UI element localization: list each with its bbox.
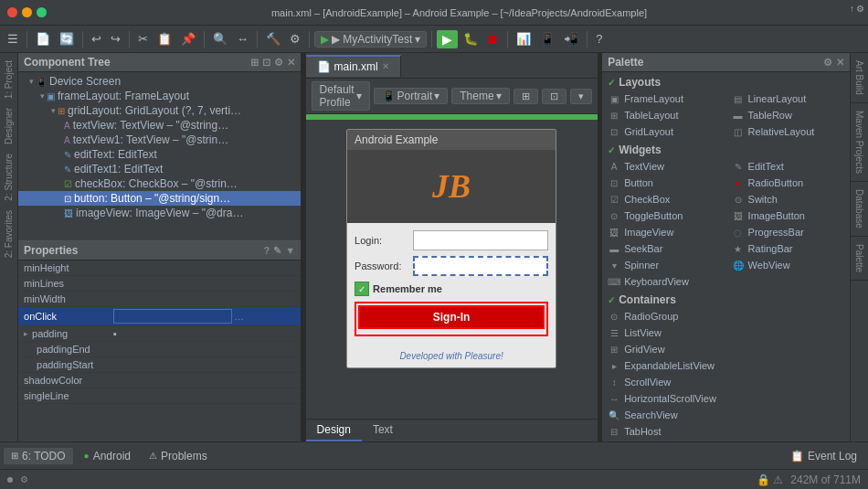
structure-tab[interactable]: 2: Structure <box>2 150 16 205</box>
maximize-dot[interactable] <box>37 7 47 17</box>
palette-item-togglebutton[interactable]: ⊙ ToggleButton <box>602 207 725 224</box>
onclick-input[interactable] <box>113 309 232 324</box>
sign-in-btn[interactable]: Sign-In <box>358 305 545 329</box>
palette-item-gridview[interactable]: ⊞ GridView <box>602 341 850 357</box>
palette-item-imagebutton[interactable]: 🖼 ImageButton <box>726 207 850 224</box>
prop-value-paddingstart[interactable] <box>110 357 301 372</box>
prop-edit-icon[interactable]: ✎ <box>273 245 281 257</box>
palette-item-textview[interactable]: A TextView <box>602 158 725 175</box>
palette-item-tabhost[interactable]: ⊟ TabHost <box>602 423 850 440</box>
new-btn[interactable]: 📄 <box>32 30 54 48</box>
paste-btn[interactable]: 📌 <box>177 30 199 48</box>
palette-item-tablerow[interactable]: ▬ TableRow <box>726 107 850 123</box>
containers-header[interactable]: ✓ Containers <box>602 292 850 308</box>
expand-btn[interactable]: ▾ <box>570 89 592 104</box>
palette-item-button[interactable]: ⊡ Button <box>602 175 725 191</box>
palette-item-seekbar[interactable]: ▬ SeekBar <box>602 240 725 257</box>
build-btn[interactable]: 🔨 <box>262 30 284 48</box>
tree-item-gridlayout[interactable]: ▾ ⊞ gridLayout: GridLayout (?, 7, verti… <box>18 103 301 118</box>
palette-tab[interactable]: Palette <box>851 237 868 281</box>
profile-btn[interactable]: 📊 <box>513 30 535 48</box>
cut-btn[interactable]: ✂ <box>134 30 152 48</box>
prop-value-minheight[interactable] <box>110 260 301 275</box>
close-dot[interactable] <box>7 7 17 17</box>
art-build-tab[interactable]: Art Build <box>851 53 868 103</box>
palette-item-expandablelistview[interactable]: ▸ ExpandableListView <box>602 357 850 374</box>
palette-item-checkbox[interactable]: ☑ CheckBox <box>602 191 725 207</box>
prop-value-minwidth[interactable] <box>110 292 301 306</box>
prop-value-paddingend[interactable] <box>110 342 301 356</box>
favorites-tab[interactable]: 2: Favorites <box>2 207 16 261</box>
tree-item-button[interactable]: ⊡ button: Button – "@string/sign… <box>18 191 301 206</box>
palette-item-keyboardview[interactable]: ⌨ KeyboardView <box>602 273 725 290</box>
palette-item-linearlayout[interactable]: ▤ LinearLayout <box>726 90 850 107</box>
tree-item-edittext[interactable]: ✎ editText: EditText <box>18 147 301 162</box>
palette-item-searchview[interactable]: 🔍 SearchView <box>602 407 850 423</box>
prop-value-onclick[interactable]: … <box>110 307 301 325</box>
palette-item-switch[interactable]: ⊙ Switch <box>726 191 850 207</box>
password-input[interactable] <box>413 256 548 276</box>
todo-tab[interactable]: ⊞ 6: TODO <box>4 448 73 464</box>
database-tab[interactable]: Database <box>851 182 868 237</box>
avd-btn[interactable]: 📲 <box>560 30 582 48</box>
layouts-header[interactable]: ✓ Layouts <box>602 74 850 90</box>
palette-gear-icon[interactable]: ⚙ <box>823 57 832 69</box>
palette-item-hscrollview[interactable]: ↔ HorizontalScrollView <box>602 390 850 407</box>
tree-item-framelayout[interactable]: ▾ ▣ frameLayout: FrameLayout <box>18 89 301 103</box>
tree-item-checkbox[interactable]: ☑ checkBox: CheckBox – "@strin… <box>18 176 301 191</box>
minimize-dot[interactable] <box>22 7 32 17</box>
project-tab[interactable]: 1: Project <box>2 57 16 102</box>
palette-item-gridlayout[interactable]: ⊡ GridLayout <box>602 123 725 140</box>
palette-item-edittext[interactable]: ✎ EditText <box>726 158 850 175</box>
palette-item-radiogroup[interactable]: ⊙ RadioGroup <box>602 308 850 324</box>
grid-btn[interactable]: ⊞ <box>513 89 538 104</box>
collapse-icon[interactable]: ⊡ <box>262 57 270 69</box>
tree-item-textview[interactable]: A textView: TextView – "@string… <box>18 118 301 133</box>
make-btn[interactable]: ⚙ <box>286 30 304 48</box>
device-btn[interactable]: 📱 <box>536 30 558 48</box>
prop-value-padding[interactable]: ▪ <box>110 326 301 341</box>
sync-btn[interactable]: 🔄 <box>56 30 78 48</box>
maven-projects-tab[interactable]: Maven Projects <box>851 103 868 182</box>
copy-btn[interactable]: 📋 <box>153 30 175 48</box>
designer-tab[interactable]: Designer <box>2 104 16 148</box>
event-log-tab[interactable]: 📋 Event Log <box>783 448 864 464</box>
palette-item-radiobutton[interactable]: ● RadioButton <box>726 175 850 191</box>
palette-item-imageview[interactable]: 🖼 ImageView <box>602 224 725 240</box>
tree-item-edittext1[interactable]: ✎ editText1: EditText <box>18 162 301 176</box>
default-profile-btn[interactable]: Default Profile ▾ <box>312 81 370 111</box>
palette-close-icon[interactable]: ✕ <box>836 57 844 69</box>
palette-item-tablelayout[interactable]: ⊞ TableLayout <box>602 107 725 123</box>
tab-text[interactable]: Text <box>362 420 404 441</box>
expand-icon[interactable]: ⊞ <box>250 57 259 69</box>
prop-value-minlines[interactable] <box>110 276 301 291</box>
prop-filter-icon[interactable]: ▼ <box>285 245 295 257</box>
run-btn[interactable]: ▶ <box>437 30 458 48</box>
palette-item-progressbar[interactable]: ◌ ProgressBar <box>726 224 850 240</box>
undo-btn[interactable]: ↩ <box>88 30 105 48</box>
palette-item-scrollview[interactable]: ↕ ScrollView <box>602 374 850 390</box>
tree-item-imageview[interactable]: 🖼 imageView: ImageView – "@dra… <box>18 206 301 220</box>
tree-item-device[interactable]: ▾ 📱 Device Screen <box>18 74 301 89</box>
login-input[interactable] <box>413 230 548 250</box>
tab-design[interactable]: Design <box>306 420 362 441</box>
stop-btn[interactable]: ⏹ <box>483 30 503 48</box>
palette-item-framelayout[interactable]: ▣ FrameLayout <box>602 90 725 107</box>
android-tab[interactable]: ● Android <box>77 448 138 464</box>
palette-item-spinner[interactable]: ▾ Spinner <box>602 257 725 273</box>
theme-btn[interactable]: Theme ▾ <box>451 88 509 104</box>
debug-btn[interactable]: 🐛 <box>460 30 482 48</box>
problems-tab[interactable]: ⚠ Problems <box>142 448 215 464</box>
remember-checkbox[interactable]: ✓ <box>355 282 369 296</box>
portrait-btn[interactable]: 📱 Portrait ▾ <box>374 88 449 104</box>
prop-help-icon[interactable]: ? <box>263 245 270 257</box>
tab-main-xml[interactable]: 📄 main.xml ✕ <box>306 55 401 77</box>
widgets-header[interactable]: ✓ Widgets <box>602 142 850 158</box>
padding-arrow[interactable]: ▸ <box>24 329 28 338</box>
help-btn[interactable]: ? <box>592 30 606 48</box>
close-icon[interactable]: ✕ <box>287 57 295 69</box>
tab-close-btn[interactable]: ✕ <box>382 61 389 71</box>
replace-btn[interactable]: ↔ <box>233 30 252 48</box>
search-btn[interactable]: 🔍 <box>209 30 231 48</box>
zoom-btn[interactable]: ⊡ <box>542 89 566 104</box>
